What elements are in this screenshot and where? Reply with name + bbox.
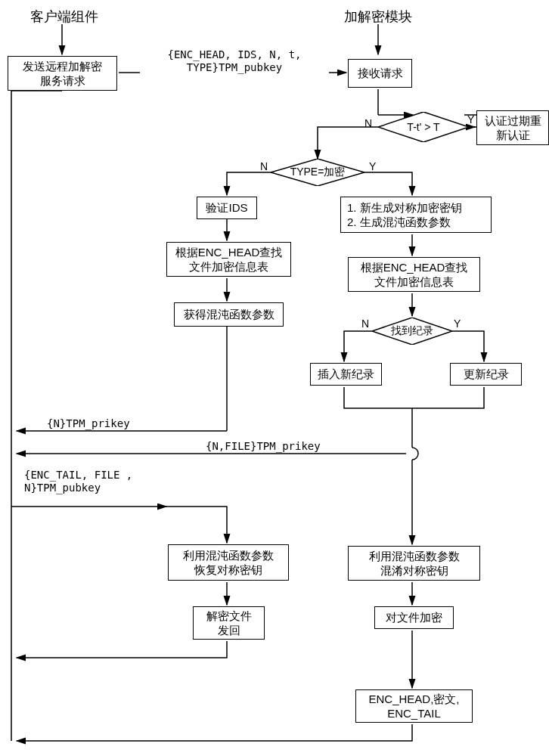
node-label: 获得混沌函数参数	[184, 307, 274, 322]
node-verify-ids: 验证IDS	[197, 197, 257, 219]
node-output: ENC_HEAD,密文, ENC_TAIL	[355, 689, 473, 723]
node-recover-key: 利用混沌函数参数 恢复对称密钥	[168, 544, 289, 581]
node-label: 1. 新生成对称加密密钥 2. 生成混沌函数参数	[347, 200, 462, 230]
node-label: ENC_HEAD,密文, ENC_TAIL	[368, 692, 459, 721]
edge-n: N	[364, 117, 372, 130]
edge-y: Y	[454, 318, 461, 330]
node-update: 更新纪录	[450, 363, 522, 386]
node-lookup-enc: 根据ENC_HEAD查找 文件加密信息表	[348, 257, 480, 292]
edge-y: Y	[467, 113, 474, 126]
decision-label: 找到纪录	[372, 324, 452, 338]
node-label: 根据ENC_HEAD查找 文件加密信息表	[361, 260, 468, 290]
edge-n: N	[361, 318, 369, 330]
decision-found: 找到纪录	[372, 318, 452, 345]
node-label: 发送远程加解密 服务请求	[23, 59, 102, 88]
node-label: 对文件加密	[386, 610, 442, 625]
node-insert: 插入新纪录	[310, 363, 382, 386]
header-crypto: 加解密模块	[344, 9, 412, 26]
node-get-chaos: 获得混沌函数参数	[174, 302, 284, 327]
msg-n-file: {N,FILE}TPM_prikey	[204, 440, 322, 453]
node-gen-keys: 1. 新生成对称加密密钥 2. 生成混沌函数参数	[340, 197, 492, 233]
decision-label: T-t' > T	[378, 121, 469, 133]
node-encrypt-file: 对文件加密	[374, 606, 454, 629]
edge-y: Y	[369, 160, 376, 173]
msg-request: {ENC_HEAD, IDS, N, t, TYPE}TPM_pubkey	[140, 48, 329, 74]
node-decrypt-send: 解密文件 发回	[193, 606, 265, 640]
node-label: 利用混沌函数参数 恢复对称密钥	[183, 548, 274, 578]
edge-n: N	[260, 160, 268, 173]
msg-enctail: {ENC_TAIL, FILE , N}TPM_pubkey	[23, 469, 151, 494]
node-label: 根据ENC_HEAD查找 文件加密信息表	[175, 245, 283, 274]
node-receive: 接收请求	[348, 59, 412, 88]
header-client: 客户端组件	[30, 9, 98, 26]
node-expired: 认证过期重 新认证	[476, 110, 549, 145]
node-label: 接收请求	[358, 66, 403, 81]
decision-type: TYPE=加密	[271, 159, 364, 186]
msg-n-prikey: {N}TPM_prikey	[45, 417, 132, 430]
node-label: 解密文件 发回	[206, 609, 252, 638]
node-chaos-key: 利用混沌函数参数 混淆对称密钥	[348, 546, 480, 581]
node-label: 插入新纪录	[318, 367, 374, 382]
decision-timeout: T-t' > T	[378, 112, 469, 142]
node-label: 更新纪录	[464, 367, 509, 382]
node-label: 验证IDS	[206, 200, 247, 215]
node-send-request: 发送远程加解密 服务请求	[8, 56, 117, 91]
decision-label: TYPE=加密	[271, 166, 364, 179]
node-label: 利用混沌函数参数 混淆对称密钥	[369, 549, 460, 578]
node-lookup-dec: 根据ENC_HEAD查找 文件加密信息表	[166, 242, 291, 277]
node-label: 认证过期重 新认证	[485, 113, 541, 143]
